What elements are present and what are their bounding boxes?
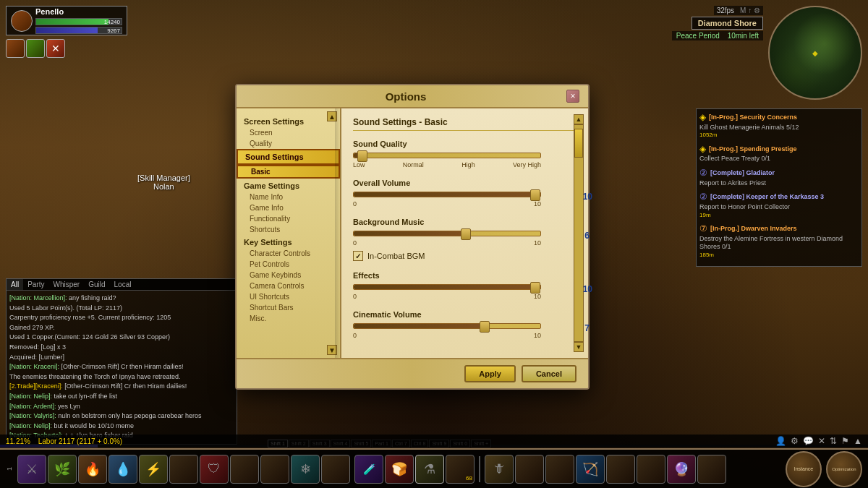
nav-item-pet-controls[interactable]: Pet Controls — [237, 259, 340, 270]
sound-quality-slider[interactable] — [353, 153, 541, 158]
background-music-fill — [354, 231, 466, 236]
sound-quality-thumb[interactable] — [357, 150, 367, 162]
cinematic-volume-thumb[interactable] — [480, 321, 490, 333]
effects-row: 10 — [353, 284, 576, 290]
options-content: ▲ ▼ Sound Settings - Basic Sound Quality — [341, 108, 588, 358]
apply-button[interactable]: Apply — [464, 365, 516, 382]
dialog-footer: Apply Cancel — [237, 358, 588, 388]
nav-item-functionality[interactable]: Functionality — [237, 213, 340, 224]
sound-quality-track — [353, 153, 541, 158]
nav-item-quality[interactable]: Quality — [237, 138, 340, 149]
nav-section-screen-settings[interactable]: Screen Settings — [237, 114, 340, 127]
dialog-title-bar: Options × — [237, 85, 588, 108]
label-high: High — [461, 161, 475, 168]
eff-min: 0 — [353, 293, 357, 300]
nav-item-screen[interactable]: Screen — [237, 127, 340, 138]
effects-track — [353, 284, 541, 290]
cinematic-volume-track — [353, 323, 541, 329]
nav-section-key-settings[interactable]: Key Settings — [237, 235, 340, 248]
options-overlay: Options × ▲ Screen Settings Screen Quali… — [0, 0, 868, 488]
nav-item-character-controls[interactable]: Character Controls — [237, 248, 340, 259]
cinematic-volume-label: Cinematic Volume — [353, 310, 576, 319]
nav-item-game-keybinds[interactable]: Game Keybinds — [237, 270, 340, 281]
background-music-value: 6 — [584, 231, 590, 241]
background-music-group: Background Music 6 0 10 — [353, 218, 576, 261]
content-section-header: Sound Settings - Basic — [353, 117, 576, 131]
nav-item-shortcut-bars[interactable]: Shortcut Bars — [237, 302, 340, 313]
nav-section-game-settings[interactable]: Game Settings — [237, 179, 340, 192]
cv-min: 0 — [353, 332, 357, 339]
effects-minmax: 0 10 — [353, 293, 541, 300]
overall-volume-label: Overall Volume — [353, 179, 576, 187]
nav-scroll-up[interactable]: ▲ — [327, 111, 337, 121]
nav-scroll-down[interactable]: ▼ — [327, 345, 337, 355]
options-nav: ▲ Screen Settings Screen Quality Sound S… — [237, 108, 341, 358]
scroll-thumb[interactable] — [574, 129, 583, 158]
overall-volume-slider[interactable] — [353, 192, 541, 197]
cancel-button[interactable]: Cancel — [522, 365, 576, 382]
nav-item-game-info[interactable]: Game Info — [237, 202, 340, 213]
nav-item-misc[interactable]: Misc. — [237, 313, 340, 324]
effects-fill — [354, 285, 540, 289]
cinematic-volume-fill — [354, 324, 485, 328]
overall-volume-group: Overall Volume 10 0 10 — [353, 179, 576, 207]
bm-min: 0 — [353, 239, 357, 247]
effects-group: Effects 10 0 10 — [353, 271, 576, 300]
in-combat-bgm-checkbox[interactable] — [353, 251, 363, 261]
sound-quality-labels: Low Normal High Very High — [353, 161, 541, 168]
background-music-row: 6 — [353, 231, 576, 236]
effects-thumb[interactable] — [530, 282, 540, 294]
background-music-thumb[interactable] — [461, 228, 471, 240]
cinematic-volume-slider[interactable] — [353, 323, 541, 329]
cinematic-volume-group: Cinematic Volume 7 0 10 — [353, 310, 576, 339]
sound-quality-label: Sound Quality — [353, 140, 576, 148]
overall-volume-value: 10 — [583, 192, 592, 202]
background-music-minmax: 0 10 — [353, 239, 541, 247]
nav-item-name-info[interactable]: Name Info — [237, 192, 340, 202]
bm-max: 10 — [534, 239, 541, 247]
overall-volume-thumb[interactable] — [530, 189, 540, 201]
background-music-track — [353, 231, 541, 236]
dialog-title: Options — [245, 90, 566, 103]
ov-min: 0 — [353, 200, 357, 207]
overall-volume-fill — [354, 192, 540, 197]
overall-volume-minmax: 0 10 — [353, 200, 541, 207]
effects-slider[interactable] — [353, 284, 541, 290]
label-very-high: Very High — [513, 161, 541, 168]
cinematic-volume-row: 7 — [353, 323, 576, 329]
scroll-up-button[interactable]: ▲ — [574, 114, 584, 124]
effects-value: 10 — [583, 284, 592, 294]
scroll-down-button[interactable]: ▼ — [574, 342, 584, 352]
in-combat-bgm-row: In-Combat BGM — [353, 251, 576, 261]
effects-label: Effects — [353, 271, 576, 280]
nav-item-basic[interactable]: Basic — [237, 165, 340, 179]
nav-item-shortcuts[interactable]: Shortcuts — [237, 224, 340, 235]
nav-section-sound-settings[interactable]: Sound Settings — [237, 149, 340, 165]
eff-max: 10 — [534, 293, 541, 300]
ov-max: 10 — [534, 200, 541, 207]
close-button[interactable]: × — [566, 90, 579, 103]
overall-volume-row: 10 — [353, 192, 576, 197]
background-music-label: Background Music — [353, 218, 576, 226]
cinematic-volume-value: 7 — [584, 323, 590, 333]
sound-quality-group: Sound Quality Low Normal High Very High — [353, 140, 576, 168]
in-combat-bgm-label: In-Combat BGM — [367, 252, 425, 260]
nav-item-camera-controls[interactable]: Camera Controls — [237, 281, 340, 291]
overall-volume-track — [353, 192, 541, 197]
nav-item-ui-shortcuts[interactable]: UI Shortcuts — [237, 291, 340, 302]
options-dialog: Options × ▲ Screen Settings Screen Quali… — [235, 84, 590, 390]
cv-max: 10 — [534, 332, 541, 339]
dialog-body: ▲ Screen Settings Screen Quality Sound S… — [237, 108, 588, 358]
label-low: Low — [353, 161, 365, 168]
background-music-slider[interactable] — [353, 231, 541, 236]
label-normal: Normal — [403, 161, 424, 168]
cinematic-volume-minmax: 0 10 — [353, 332, 541, 339]
